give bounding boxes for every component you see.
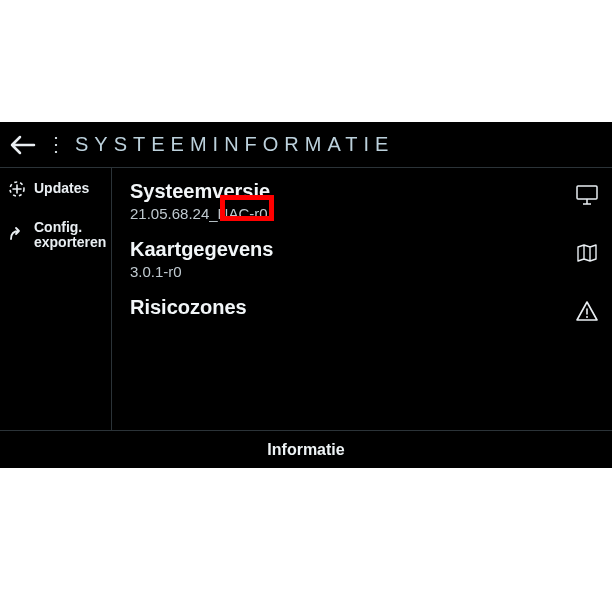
arrow-left-icon [10,135,36,155]
row-value: 21.05.68.24_NAC-r0 [130,205,572,222]
page-title: SYSTEEMINFORMATIE [75,133,394,156]
back-button[interactable] [10,135,36,155]
footer-tab-informatie[interactable]: Informatie [0,430,612,468]
row-title: Systeemversie [130,180,572,203]
svg-point-2 [586,316,588,318]
top-bar: ⋮ SYSTEEMINFORMATIE [0,122,612,168]
content-body: Updates Config. exporteren Systeemversie… [0,168,612,430]
row-system-version[interactable]: Systeemversie 21.05.68.24_NAC-r0 [130,174,602,232]
export-icon [6,224,28,246]
sidebar-item-label: Updates [34,181,89,196]
infotainment-screen: ⋮ SYSTEEMINFORMATIE Updates [0,122,612,468]
updates-icon [6,178,28,200]
footer-label: Informatie [267,441,344,459]
sidebar-item-export-config[interactable]: Config. exporteren [0,210,111,261]
sidebar: Updates Config. exporteren [0,168,112,430]
map-icon [572,238,602,264]
row-title: Risicozones [130,296,572,319]
warning-triangle-icon [572,296,602,322]
svg-rect-1 [577,186,597,199]
menu-dots-icon[interactable]: ⋮ [46,132,65,156]
row-title: Kaartgegevens [130,238,572,261]
sidebar-item-label: Config. exporteren [34,220,106,251]
row-map-data[interactable]: Kaartgegevens 3.0.1-r0 [130,232,602,290]
computer-icon [572,180,602,206]
row-value: 3.0.1-r0 [130,263,572,280]
sidebar-item-updates[interactable]: Updates [0,168,111,210]
main-panel: Systeemversie 21.05.68.24_NAC-r0 Kaartge… [112,168,612,430]
row-risk-zones[interactable]: Risicozones [130,290,602,332]
